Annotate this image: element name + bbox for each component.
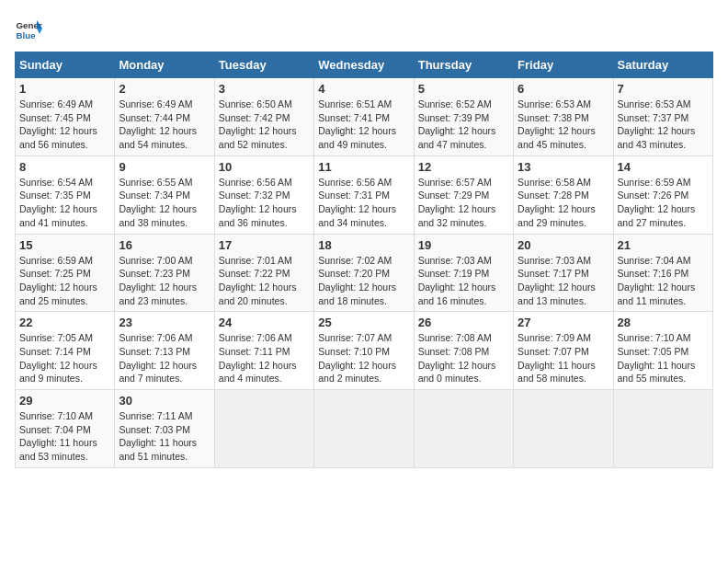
header-monday: Monday	[115, 52, 214, 78]
day-info: Sunrise: 6:56 AM Sunset: 7:31 PM Dayligh…	[318, 176, 409, 230]
calendar-cell: 15 Sunrise: 6:59 AM Sunset: 7:25 PM Dayl…	[16, 234, 115, 312]
day-info: Sunrise: 6:49 AM Sunset: 7:44 PM Dayligh…	[119, 98, 210, 152]
header-tuesday: Tuesday	[214, 52, 313, 78]
header-sunday: Sunday	[16, 52, 115, 78]
calendar-cell: 30 Sunrise: 7:11 AM Sunset: 7:03 PM Dayl…	[115, 390, 214, 468]
calendar-cell: 17 Sunrise: 7:01 AM Sunset: 7:22 PM Dayl…	[214, 234, 313, 312]
calendar-cell: 6 Sunrise: 6:53 AM Sunset: 7:38 PM Dayli…	[514, 78, 613, 156]
day-number: 27	[518, 316, 609, 329]
day-number: 25	[318, 316, 409, 329]
day-number: 3	[219, 82, 310, 96]
calendar-cell: 28 Sunrise: 7:10 AM Sunset: 7:05 PM Dayl…	[613, 312, 712, 390]
day-info: Sunrise: 6:59 AM Sunset: 7:25 PM Dayligh…	[19, 254, 110, 308]
calendar-cell: 1 Sunrise: 6:49 AM Sunset: 7:45 PM Dayli…	[16, 78, 115, 156]
calendar-cell: 24 Sunrise: 7:06 AM Sunset: 7:11 PM Dayl…	[214, 312, 313, 390]
calendar-cell: 27 Sunrise: 7:09 AM Sunset: 7:07 PM Dayl…	[514, 312, 613, 390]
day-info: Sunrise: 6:55 AM Sunset: 7:34 PM Dayligh…	[119, 176, 210, 230]
day-number: 16	[119, 238, 210, 252]
day-number: 13	[518, 160, 609, 174]
svg-text:Blue: Blue	[17, 30, 37, 40]
calendar-cell: 3 Sunrise: 6:50 AM Sunset: 7:42 PM Dayli…	[214, 78, 313, 156]
day-info: Sunrise: 7:03 AM Sunset: 7:19 PM Dayligh…	[418, 254, 509, 308]
day-info: Sunrise: 6:59 AM Sunset: 7:26 PM Dayligh…	[618, 176, 709, 230]
day-number: 19	[418, 238, 509, 252]
calendar-cell: 11 Sunrise: 6:56 AM Sunset: 7:31 PM Dayl…	[314, 155, 414, 234]
day-number: 26	[418, 316, 509, 329]
day-number: 5	[418, 82, 509, 96]
calendar-cell: 26 Sunrise: 7:08 AM Sunset: 7:08 PM Dayl…	[414, 312, 513, 390]
calendar-week-row: 22 Sunrise: 7:05 AM Sunset: 7:14 PM Dayl…	[16, 312, 713, 390]
calendar-table: SundayMondayTuesdayWednesdayThursdayFrid…	[15, 52, 713, 468]
calendar-cell: 13 Sunrise: 6:58 AM Sunset: 7:28 PM Dayl…	[514, 155, 613, 234]
day-info: Sunrise: 7:11 AM Sunset: 7:03 PM Dayligh…	[119, 409, 210, 464]
calendar-cell: 22 Sunrise: 7:05 AM Sunset: 7:14 PM Dayl…	[16, 312, 115, 390]
day-number: 7	[618, 82, 709, 96]
calendar-cell: 7 Sunrise: 6:53 AM Sunset: 7:37 PM Dayli…	[613, 78, 712, 156]
day-info: Sunrise: 7:03 AM Sunset: 7:17 PM Dayligh…	[518, 254, 609, 308]
calendar-cell: 25 Sunrise: 7:07 AM Sunset: 7:10 PM Dayl…	[314, 312, 414, 390]
day-number: 10	[219, 160, 310, 174]
day-number: 22	[19, 316, 110, 329]
calendar-week-row: 8 Sunrise: 6:54 AM Sunset: 7:35 PM Dayli…	[16, 155, 713, 234]
day-number: 9	[119, 160, 210, 174]
day-info: Sunrise: 7:04 AM Sunset: 7:16 PM Dayligh…	[618, 254, 709, 308]
calendar-week-row: 15 Sunrise: 6:59 AM Sunset: 7:25 PM Dayl…	[16, 234, 713, 312]
day-info: Sunrise: 6:56 AM Sunset: 7:32 PM Dayligh…	[219, 176, 310, 230]
day-info: Sunrise: 7:02 AM Sunset: 7:20 PM Dayligh…	[318, 254, 409, 308]
header-friday: Friday	[514, 52, 613, 78]
day-info: Sunrise: 6:58 AM Sunset: 7:28 PM Dayligh…	[518, 176, 609, 230]
calendar-cell: 14 Sunrise: 6:59 AM Sunset: 7:26 PM Dayl…	[613, 155, 712, 234]
day-info: Sunrise: 7:10 AM Sunset: 7:04 PM Dayligh…	[19, 409, 110, 464]
calendar-cell: 21 Sunrise: 7:04 AM Sunset: 7:16 PM Dayl…	[613, 234, 712, 312]
day-info: Sunrise: 6:54 AM Sunset: 7:35 PM Dayligh…	[19, 176, 110, 230]
day-number: 17	[219, 238, 310, 252]
day-number: 24	[219, 316, 310, 329]
calendar-cell	[414, 390, 513, 468]
calendar-cell: 16 Sunrise: 7:00 AM Sunset: 7:23 PM Dayl…	[115, 234, 214, 312]
calendar-week-row: 29 Sunrise: 7:10 AM Sunset: 7:04 PM Dayl…	[16, 390, 713, 468]
day-info: Sunrise: 6:52 AM Sunset: 7:39 PM Dayligh…	[418, 98, 509, 152]
calendar-cell: 19 Sunrise: 7:03 AM Sunset: 7:19 PM Dayl…	[414, 234, 513, 312]
calendar-cell: 12 Sunrise: 6:57 AM Sunset: 7:29 PM Dayl…	[414, 155, 513, 234]
calendar-cell: 20 Sunrise: 7:03 AM Sunset: 7:17 PM Dayl…	[514, 234, 613, 312]
calendar-cell: 10 Sunrise: 6:56 AM Sunset: 7:32 PM Dayl…	[214, 155, 313, 234]
day-number: 11	[318, 160, 409, 174]
calendar-cell: 2 Sunrise: 6:49 AM Sunset: 7:44 PM Dayli…	[115, 78, 214, 156]
logo: General Blue	[15, 15, 46, 42]
day-info: Sunrise: 6:53 AM Sunset: 7:37 PM Dayligh…	[618, 98, 709, 152]
day-number: 20	[518, 238, 609, 252]
calendar-cell: 4 Sunrise: 6:51 AM Sunset: 7:41 PM Dayli…	[314, 78, 414, 156]
day-number: 23	[119, 316, 210, 329]
day-info: Sunrise: 7:01 AM Sunset: 7:22 PM Dayligh…	[219, 254, 310, 308]
day-info: Sunrise: 7:05 AM Sunset: 7:14 PM Dayligh…	[19, 331, 110, 385]
day-info: Sunrise: 7:06 AM Sunset: 7:13 PM Dayligh…	[119, 331, 210, 385]
day-number: 2	[119, 82, 210, 96]
day-number: 12	[418, 160, 509, 174]
day-number: 18	[318, 238, 409, 252]
day-number: 8	[19, 160, 110, 174]
day-number: 6	[518, 82, 609, 96]
day-info: Sunrise: 7:09 AM Sunset: 7:07 PM Dayligh…	[518, 331, 609, 385]
day-number: 4	[318, 82, 409, 96]
day-info: Sunrise: 7:10 AM Sunset: 7:05 PM Dayligh…	[618, 331, 709, 385]
calendar-cell	[514, 390, 613, 468]
calendar-cell: 9 Sunrise: 6:55 AM Sunset: 7:34 PM Dayli…	[115, 155, 214, 234]
day-number: 1	[19, 82, 110, 96]
calendar-header-row: SundayMondayTuesdayWednesdayThursdayFrid…	[16, 52, 713, 78]
day-info: Sunrise: 6:51 AM Sunset: 7:41 PM Dayligh…	[318, 98, 409, 152]
day-info: Sunrise: 7:07 AM Sunset: 7:10 PM Dayligh…	[318, 331, 409, 385]
calendar-cell: 18 Sunrise: 7:02 AM Sunset: 7:20 PM Dayl…	[314, 234, 414, 312]
day-info: Sunrise: 6:50 AM Sunset: 7:42 PM Dayligh…	[219, 98, 310, 152]
day-info: Sunrise: 7:00 AM Sunset: 7:23 PM Dayligh…	[119, 254, 210, 308]
calendar-cell	[214, 390, 313, 468]
day-info: Sunrise: 6:53 AM Sunset: 7:38 PM Dayligh…	[518, 98, 609, 152]
day-info: Sunrise: 7:08 AM Sunset: 7:08 PM Dayligh…	[418, 331, 509, 385]
calendar-cell: 8 Sunrise: 6:54 AM Sunset: 7:35 PM Dayli…	[16, 155, 115, 234]
day-number: 21	[618, 238, 709, 252]
day-number: 14	[618, 160, 709, 174]
calendar-cell: 29 Sunrise: 7:10 AM Sunset: 7:04 PM Dayl…	[16, 390, 115, 468]
calendar-week-row: 1 Sunrise: 6:49 AM Sunset: 7:45 PM Dayli…	[16, 78, 713, 156]
day-number: 30	[119, 394, 210, 408]
day-info: Sunrise: 6:57 AM Sunset: 7:29 PM Dayligh…	[418, 176, 509, 230]
header-wednesday: Wednesday	[314, 52, 414, 78]
